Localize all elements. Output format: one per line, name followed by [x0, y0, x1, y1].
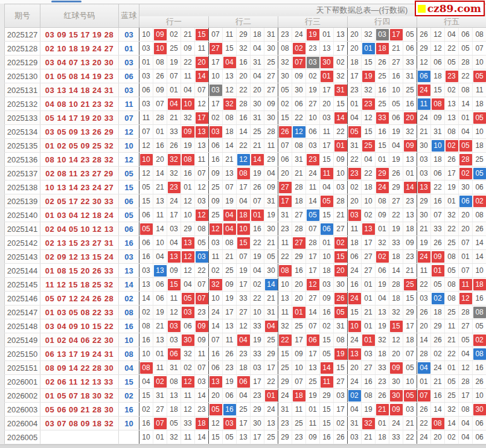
grid-cell: 08	[278, 42, 292, 56]
grid-cell: 18	[292, 194, 306, 208]
grid-cell: 31	[292, 153, 306, 167]
grid-cell: 02	[473, 333, 486, 347]
grid-cell: 01	[320, 69, 334, 83]
grid-cell: 15	[237, 236, 251, 250]
grid-cell: 12	[306, 278, 320, 292]
grid-cell: 22	[445, 42, 459, 56]
grid-cell: 07	[292, 56, 306, 69]
grid-cell: 06	[389, 111, 403, 125]
blue-ball-cell: 10	[119, 139, 139, 153]
grid-cell: 14	[153, 222, 167, 236]
grid-cell: 22	[417, 278, 431, 292]
grid-cell: 25	[264, 430, 278, 444]
red-balls-cell: 08 10 14 23 28 32	[40, 153, 119, 167]
grid-cell: 19	[389, 153, 403, 167]
red-balls-cell: 02 04 05 10 12 13	[40, 222, 119, 236]
grid-cell: 12	[139, 167, 153, 181]
red-hit-cell: 24	[348, 293, 361, 304]
grid-cell: 12	[181, 194, 195, 208]
grid-cell: 30	[292, 83, 306, 97]
grid-cell: 07	[209, 333, 223, 347]
grid-cell: 31	[431, 125, 445, 139]
grid-cell: 16	[389, 69, 403, 83]
grid-cell: 12	[139, 139, 153, 153]
grid-cell: 25	[264, 56, 278, 69]
grid-cell: 04	[264, 167, 278, 181]
red-hit-cell: 05	[209, 404, 222, 415]
red-hit-cell: 07	[418, 390, 430, 402]
red-hit-cell: 30	[321, 57, 333, 68]
grid-cell: 08	[445, 125, 459, 139]
red-hit-cell: 15	[196, 29, 208, 40]
grid-cell: 20	[459, 208, 473, 222]
grid-cell: 11	[223, 28, 237, 42]
grid-cell: 22	[292, 111, 306, 125]
blue-ball-cell: 08	[119, 306, 139, 319]
red-hit-cell: 02	[334, 237, 347, 249]
blue-ball-cell: 03	[119, 56, 139, 69]
grid-cell: 01	[417, 375, 431, 389]
grid-cell: 05	[445, 56, 459, 69]
grid-cell: 23	[278, 417, 292, 430]
red-hit-cell: 02	[154, 376, 167, 388]
grid-cell: 06	[431, 167, 445, 181]
grid-cell: 27	[362, 250, 376, 264]
grid-cell: 32	[334, 69, 348, 83]
grid-cell: 29	[278, 375, 292, 389]
grid-cell: 03	[195, 250, 209, 264]
grid-cell: 30	[389, 375, 403, 389]
section-header-row1: 行一	[139, 16, 209, 28]
grid-cell: 25	[362, 139, 376, 153]
grid-cell: 09	[209, 167, 223, 181]
grid-cell: 15	[320, 403, 334, 417]
grid-cell: 26	[473, 375, 486, 389]
grid-cell: 15	[389, 319, 403, 333]
red-hit-cell: 17	[279, 196, 292, 207]
grid-cell: 33	[376, 111, 389, 125]
grid-cell: 23	[403, 194, 417, 208]
grid-cell: 09	[389, 361, 403, 375]
grid-cell: 09	[334, 153, 348, 167]
grid-cell: 31	[334, 83, 348, 97]
grid-cell: 02	[209, 264, 223, 278]
grid-cell: 12	[209, 417, 223, 430]
grid-cell: 11	[167, 292, 181, 306]
period-cell: 2025143	[5, 250, 40, 264]
grid-cell: 20	[348, 42, 362, 56]
red-balls-cell: 02 05 17 22 30 33	[40, 194, 119, 208]
grid-cell: 29	[376, 167, 389, 181]
grid-cell: 13	[306, 361, 320, 375]
grid-cell: 07	[223, 181, 237, 194]
grid-cell: 18	[195, 417, 209, 430]
grid-cell: 08	[431, 97, 445, 111]
red-hit-cell: 20	[196, 57, 208, 68]
grid-cell: 31	[278, 208, 292, 222]
grid-cell: 15	[348, 306, 362, 319]
grid-cell: 26	[153, 69, 167, 83]
grid-cell: 32	[237, 42, 251, 56]
grid-cell: 11	[445, 319, 459, 333]
period-cell: 2025127	[5, 28, 40, 42]
grid-cell: 33	[376, 361, 389, 375]
blue-ball-cell	[119, 430, 139, 444]
table-row: 202515006 13 17 19 24 310810010632111626…	[5, 347, 486, 361]
grid-cell: 21	[376, 403, 389, 417]
grid-cell: 03	[362, 347, 376, 361]
grid-cell: 17	[278, 194, 292, 208]
grid-cell: 17	[320, 139, 334, 153]
table-row: 202515108 09 14 22 28 300408113102070623…	[5, 361, 486, 375]
grid-cell: 17	[459, 389, 473, 403]
blue-ball-cell: 01	[119, 42, 139, 56]
site-logo-link[interactable]: cz89.com	[415, 1, 485, 16]
grid-cell: 11	[417, 97, 431, 111]
grid-cell: 01	[362, 292, 376, 306]
red-hit-cell: 17	[390, 29, 403, 40]
red-balls-cell: 03 05 09 13 26 29	[40, 125, 119, 139]
red-hit-cell: 08	[140, 362, 153, 374]
grid-cell: 21	[223, 153, 237, 167]
red-balls-cell: 08 09 14 22 28 30	[40, 361, 119, 375]
grid-cell: 09	[306, 430, 320, 444]
grid-cell: 10	[237, 222, 251, 236]
grid-cell: 01	[292, 306, 306, 319]
grid-cell: 27	[362, 361, 376, 375]
